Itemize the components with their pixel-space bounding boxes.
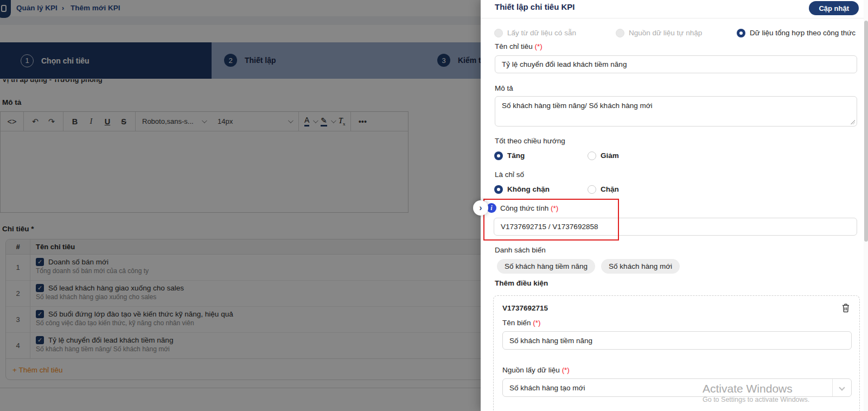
radio-icon xyxy=(588,185,596,194)
radio-selected-icon xyxy=(494,151,503,160)
chevron-right-icon: › xyxy=(479,203,482,213)
variable-name-label: Tên biến (*) xyxy=(502,319,541,327)
data-source-label: Nguồn lấy dữ liệu (*) xyxy=(502,366,570,374)
scrollbar-thumb[interactable] xyxy=(864,21,868,242)
kpi-name-input[interactable]: Tỷ lệ chuyển đổi lead khách tiềm năng xyxy=(495,55,857,73)
direction-label: Tốt theo chiều hướng xyxy=(495,137,565,145)
select-divider xyxy=(832,379,833,396)
radio-icon xyxy=(616,29,624,37)
kpi-desc-label: Mô tả xyxy=(495,84,513,92)
radio-source-formula[interactable]: Dữ liệu tổng hợp theo công thức xyxy=(737,28,856,37)
conditions-title: Thêm điều kiện xyxy=(495,279,548,287)
activate-windows-subtext: Go to Settings to activate Windows. xyxy=(703,396,809,403)
index-label: Là chỉ số xyxy=(495,170,524,179)
chevron-down-icon xyxy=(839,384,845,390)
formula-label: Công thức tính (*) xyxy=(500,204,558,212)
activate-windows-watermark: Activate Windows xyxy=(703,382,793,395)
radio-cap[interactable]: Chặn xyxy=(588,185,619,194)
formula-input[interactable]: V1737692715 / V1737692858 xyxy=(494,218,857,236)
data-source-select[interactable]: Số khách hàng tạo mới xyxy=(502,378,852,397)
radio-source-existing[interactable]: Lấy từ dữ liệu có sẵn xyxy=(494,28,576,37)
radio-icon xyxy=(494,29,503,37)
kpi-name-label: Tên chỉ tiêu (*) xyxy=(495,42,542,50)
radio-icon xyxy=(588,151,596,160)
radio-direction-up[interactable]: Tăng xyxy=(494,151,525,160)
kpi-settings-panel: Thiết lập chỉ tiêu KPI Cập nhật Lấy từ d… xyxy=(481,0,868,411)
modal-dim-overlay xyxy=(0,0,481,411)
scrollbar-track[interactable] xyxy=(864,0,868,411)
variable-name-input[interactable]: Số khách hàng tiềm năng xyxy=(502,331,852,350)
panel-collapse-button[interactable]: › xyxy=(473,200,488,216)
update-button[interactable]: Cập nhật xyxy=(809,1,859,15)
condition-card: V1737692715 Tên biến (*) Số khách hàng t… xyxy=(493,295,860,411)
variable-tag[interactable]: Số khách hàng mới xyxy=(601,259,680,274)
radio-selected-icon xyxy=(737,29,745,37)
variables-label: Danh sách biến xyxy=(495,246,546,254)
delete-icon[interactable] xyxy=(841,303,851,313)
radio-direction-down[interactable]: Giảm xyxy=(588,151,619,160)
kpi-desc-textarea[interactable]: Số khách hàng tiềm năng/ Số khách hàng m… xyxy=(495,96,857,127)
variable-id: V1737692715 xyxy=(502,304,548,312)
variable-tags: Số khách hàng tiềm năng Số khách hàng mớ… xyxy=(497,259,680,274)
kpi-app: Quản lý KPI› Thêm mới KPI 1 Chọn chỉ tiê… xyxy=(0,0,868,411)
panel-title: Thiết lập chỉ tiêu KPI xyxy=(495,2,575,11)
divider xyxy=(481,18,868,18)
radio-source-manual[interactable]: Nguồn dữ liệu tự nhập xyxy=(616,28,702,37)
radio-selected-icon xyxy=(494,185,503,194)
radio-no-cap[interactable]: Không chặn xyxy=(494,185,550,194)
resize-handle-icon[interactable] xyxy=(851,120,855,124)
variable-tag[interactable]: Số khách hàng tiềm năng xyxy=(497,259,595,274)
